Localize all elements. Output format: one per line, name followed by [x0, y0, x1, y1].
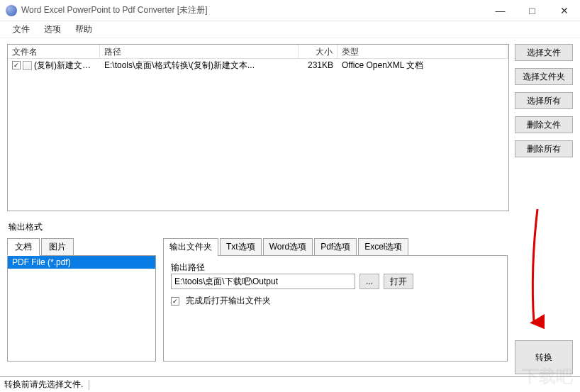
open-after-row: ✓ 完成后打开输出文件夹: [171, 295, 500, 307]
tab-image[interactable]: 图片: [41, 238, 74, 256]
lower-panel: 文档 图片 PDF File (*.pdf) 输出文件夹 Txt选项 Word选…: [7, 237, 573, 362]
convert-button[interactable]: 转换: [515, 340, 573, 374]
app-icon: [6, 5, 17, 16]
statusbar: 转换前请先选择文件.: [0, 376, 580, 392]
titlebar: Word Excel PowerPoint to Pdf Converter […: [0, 0, 580, 21]
cell-name-text: (复制)新建文本...: [34, 60, 98, 70]
status-separator: [89, 380, 89, 390]
tab-document[interactable]: 文档: [7, 238, 40, 256]
table-row[interactable]: ✓(复制)新建文本... E:\tools\桌面\格式转换\(复制)新建文本..…: [8, 59, 508, 72]
status-text: 转换前请先选择文件.: [4, 379, 83, 391]
format-panel: 文档 图片 PDF File (*.pdf): [7, 237, 156, 362]
col-header-name[interactable]: 文件名: [8, 45, 100, 58]
side-buttons: 选择文件 选择文件夹 选择所有 删除文件 删除所有: [515, 44, 573, 211]
format-list[interactable]: PDF File (*.pdf): [8, 256, 155, 361]
tab-output-folder[interactable]: 输出文件夹: [163, 238, 218, 256]
convert-area: 转换: [515, 237, 573, 362]
filelist-wrap: 文件名 路径 大小 类型 ✓(复制)新建文本... E:\tools\桌面\格式…: [7, 44, 573, 211]
delete-file-button[interactable]: 删除文件: [515, 116, 573, 133]
col-header-size[interactable]: 大小: [299, 45, 338, 58]
tab-excel-options[interactable]: Excel选项: [358, 238, 408, 256]
output-path-input[interactable]: [171, 274, 355, 289]
output-tab-body: 输出路径 ... 打开 ✓ 完成后打开输出文件夹: [163, 255, 508, 362]
menu-options[interactable]: 选项: [37, 22, 68, 37]
select-folder-button[interactable]: 选择文件夹: [515, 68, 573, 85]
cell-type: Office OpenXML 文档: [338, 60, 508, 72]
file-icon: [23, 61, 32, 70]
format-tabs: 文档 图片: [7, 238, 156, 256]
format-tab-body: PDF File (*.pdf): [7, 255, 156, 362]
row-checkbox[interactable]: ✓: [12, 61, 21, 69]
open-after-checkbox[interactable]: ✓: [171, 297, 179, 306]
cell-path: E:\tools\桌面\格式转换\(复制)新建文本...: [100, 60, 299, 72]
select-file-button[interactable]: 选择文件: [515, 44, 573, 61]
open-button[interactable]: 打开: [384, 274, 413, 289]
main-area: 文件名 路径 大小 类型 ✓(复制)新建文本... E:\tools\桌面\格式…: [0, 38, 580, 362]
cell-name: ✓(复制)新建文本...: [8, 60, 100, 72]
menu-help[interactable]: 帮助: [68, 22, 99, 37]
file-list[interactable]: 文件名 路径 大小 类型 ✓(复制)新建文本... E:\tools\桌面\格式…: [7, 44, 509, 211]
browse-button[interactable]: ...: [359, 274, 379, 289]
window-controls: ― □ ✕: [484, 0, 580, 21]
tab-word-options[interactable]: Word选项: [263, 238, 313, 256]
cell-size: 231KB: [299, 60, 338, 70]
close-button[interactable]: ✕: [548, 0, 580, 21]
minimize-button[interactable]: ―: [484, 0, 516, 21]
select-all-button[interactable]: 选择所有: [515, 92, 573, 109]
output-format-label: 输出格式: [9, 221, 573, 233]
output-path-label: 输出路径: [171, 262, 500, 274]
window-title: Word Excel PowerPoint to Pdf Converter […: [21, 4, 484, 16]
delete-all-button[interactable]: 删除所有: [515, 140, 573, 157]
output-tabs: 输出文件夹 Txt选项 Word选项 Pdf选项 Excel选项: [163, 238, 508, 256]
menu-file[interactable]: 文件: [6, 22, 37, 37]
tab-txt-options[interactable]: Txt选项: [220, 238, 262, 256]
format-item-pdf[interactable]: PDF File (*.pdf): [8, 256, 155, 269]
tab-pdf-options[interactable]: Pdf选项: [314, 238, 357, 256]
menubar: 文件 选项 帮助: [0, 21, 580, 38]
col-header-type[interactable]: 类型: [338, 45, 508, 58]
output-path-row: ... 打开: [171, 274, 500, 289]
maximize-button[interactable]: □: [516, 0, 548, 21]
file-list-header: 文件名 路径 大小 类型: [8, 45, 508, 59]
open-after-label: 完成后打开输出文件夹: [186, 295, 271, 307]
col-header-path[interactable]: 路径: [100, 45, 299, 58]
output-panel: 输出文件夹 Txt选项 Word选项 Pdf选项 Excel选项 输出路径 ..…: [163, 237, 508, 362]
